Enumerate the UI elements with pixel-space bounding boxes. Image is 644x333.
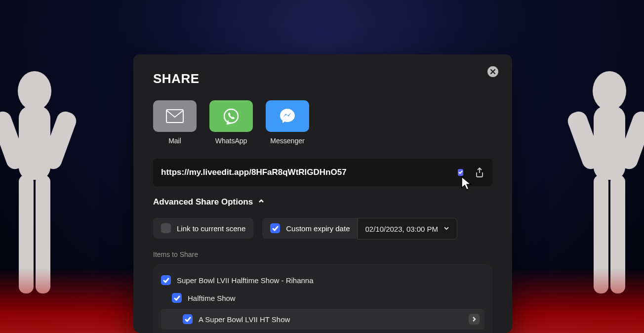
expiry-date-picker[interactable]: 02/10/2023, 03:00 PM: [358, 218, 457, 240]
mail-icon: [153, 100, 197, 132]
items-tree: Super Bowl LVII Halftime Show - Rihanna …: [153, 264, 492, 333]
checkbox-unchecked[interactable]: [161, 223, 171, 233]
tree-item[interactable]: Super Bowl LVII Halftime Show - Rihanna: [161, 271, 484, 289]
checkbox-checked[interactable]: [172, 293, 182, 303]
share-label: Mail: [168, 137, 181, 145]
link-current-scene-option[interactable]: Link to current scene: [153, 218, 253, 239]
advanced-share-label: Advanced Share Options: [153, 197, 253, 207]
tree-item[interactable]: Halftime Show: [161, 289, 484, 307]
whatsapp-icon: [209, 100, 253, 132]
svg-point-13: [224, 109, 238, 123]
svg-rect-10: [610, 175, 625, 293]
chevron-right-icon[interactable]: [469, 314, 480, 325]
share-apps-row: Mail WhatsApp Messenger: [153, 100, 492, 145]
svg-rect-5: [36, 175, 50, 293]
copy-url-button[interactable]: [456, 167, 466, 177]
tree-item-label: Super Bowl LVII Halftime Show - Rihanna: [177, 276, 314, 285]
modal-title: SHARE: [153, 71, 492, 86]
tree-item[interactable]: A Super Bowl LVII HT Show: [161, 309, 484, 330]
checkbox-checked[interactable]: [161, 275, 171, 285]
svg-rect-4: [19, 175, 34, 293]
svg-point-6: [593, 71, 626, 111]
background-dancer-right: [565, 56, 644, 313]
share-via-whatsapp[interactable]: WhatsApp: [209, 100, 253, 145]
option-label: Link to current scene: [177, 224, 245, 233]
svg-rect-1: [19, 106, 50, 180]
system-share-button[interactable]: [475, 167, 484, 177]
advanced-share-toggle[interactable]: Advanced Share Options: [153, 197, 492, 207]
custom-expiry-option[interactable]: Custom expiry date: [262, 218, 358, 239]
advanced-options-row: Link to current scene Custom expiry date…: [153, 218, 492, 240]
option-label: Custom expiry date: [286, 224, 350, 233]
svg-rect-12: [166, 110, 183, 123]
chevron-up-icon: [258, 197, 265, 207]
share-label: WhatsApp: [215, 137, 247, 145]
close-button[interactable]: [487, 66, 498, 77]
background-dancer-left: [0, 56, 79, 313]
tree-item-label: A Super Bowl LVII HT Show: [199, 315, 290, 324]
share-modal: SHARE Mail WhatsApp Messenger: [133, 54, 512, 333]
chevron-down-icon: [443, 225, 450, 233]
svg-rect-7: [594, 106, 625, 180]
messenger-icon: [266, 100, 309, 132]
share-via-messenger[interactable]: Messenger: [266, 100, 309, 145]
share-url-field: https://my.liveedit.app/8HFaR8qWtRlGDHnO…: [153, 159, 492, 186]
tree-item-label: Halftime Show: [188, 294, 236, 302]
share-url-text[interactable]: https://my.liveedit.app/8HFaR8qWtRlGDHnO…: [161, 167, 456, 177]
svg-rect-11: [594, 175, 608, 293]
share-label: Messenger: [270, 137, 304, 145]
items-to-share-label: Items to Share: [153, 250, 492, 258]
svg-point-0: [18, 71, 51, 111]
expiry-date-value: 02/10/2023, 03:00 PM: [365, 225, 438, 233]
share-via-mail[interactable]: Mail: [153, 100, 197, 145]
checkbox-checked[interactable]: [183, 314, 193, 324]
checkbox-checked[interactable]: [270, 223, 280, 233]
